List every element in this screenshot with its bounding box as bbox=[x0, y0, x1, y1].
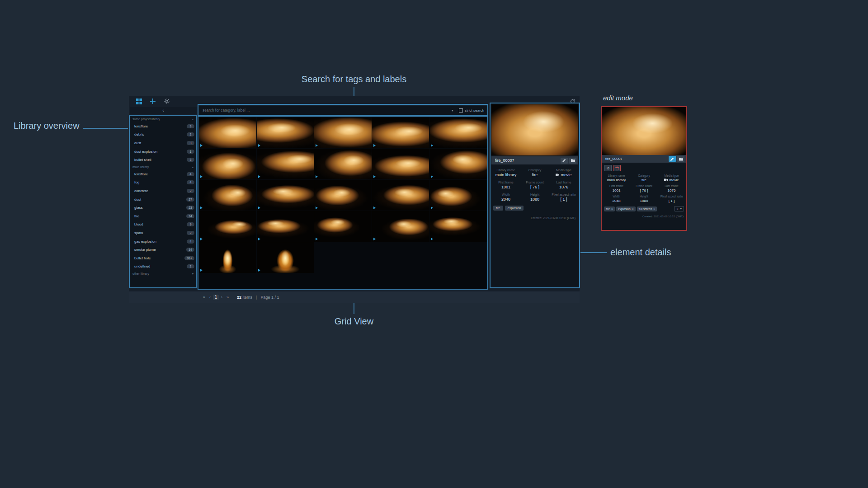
count-badge: 4 bbox=[187, 172, 194, 176]
sidebar-item[interactable]: fire24 bbox=[130, 212, 197, 221]
pagination-next-button[interactable]: › bbox=[219, 295, 225, 300]
pagination-page-button[interactable]: 1 bbox=[213, 295, 219, 300]
library-group-header[interactable]: some project library▴ bbox=[130, 116, 197, 122]
thumbnail[interactable] bbox=[314, 149, 372, 179]
play-icon bbox=[373, 206, 376, 209]
thumbnail[interactable] bbox=[257, 180, 314, 211]
sidebar-collapse-button[interactable]: ‹ bbox=[130, 107, 197, 114]
tag-remove-icon[interactable]: × bbox=[632, 207, 634, 211]
tag-chip[interactable]: explosion× bbox=[616, 206, 636, 211]
thumbnail[interactable] bbox=[372, 180, 429, 211]
meta-label: First frame bbox=[491, 181, 520, 184]
thumbnail[interactable] bbox=[257, 117, 314, 148]
sidebar-item[interactable]: dust explosion1 bbox=[130, 147, 197, 156]
tag-remove-icon[interactable]: × bbox=[611, 207, 613, 211]
sidebar-item[interactable]: lensflare4 bbox=[130, 170, 197, 178]
edit-button-active[interactable] bbox=[669, 156, 676, 162]
sidebar-item[interactable]: glass23 bbox=[130, 203, 197, 212]
meta-field: Last frame1076 bbox=[549, 181, 578, 189]
library-group-header[interactable]: other library▾ bbox=[130, 271, 197, 277]
meta-value-text: 2048 bbox=[501, 197, 510, 202]
tag-remove-icon[interactable]: × bbox=[653, 207, 655, 211]
items-count-label: items bbox=[243, 295, 253, 300]
sidebar-item[interactable]: blood9 bbox=[130, 221, 197, 229]
search-input[interactable] bbox=[199, 106, 451, 115]
thumbnail[interactable] bbox=[257, 242, 314, 273]
thumbnail[interactable] bbox=[199, 117, 256, 148]
thumbnail[interactable] bbox=[429, 180, 487, 211]
pagination-prev-button[interactable]: ‹ bbox=[207, 295, 213, 300]
edit-button[interactable] bbox=[561, 158, 568, 164]
delete-button[interactable] bbox=[613, 165, 621, 171]
pagination-last-button[interactable]: » bbox=[225, 295, 231, 300]
sidebar-item[interactable]: gas explosion4 bbox=[130, 237, 197, 246]
sidebar-item[interactable]: smoke plume34 bbox=[130, 245, 197, 254]
meta-label: Last frame bbox=[549, 181, 578, 184]
pagination-bar: « ‹ 1 › » 22 items | Page 1 / 1 bbox=[129, 291, 580, 303]
library-group-label: other library bbox=[132, 272, 149, 275]
sidebar-item[interactable]: spark2 bbox=[130, 229, 197, 237]
play-icon bbox=[200, 238, 203, 240]
grid-view-icon[interactable] bbox=[135, 97, 143, 105]
details-metadata: Library namemain libraryCategoryfireMedi… bbox=[491, 164, 579, 203]
movie-icon bbox=[556, 173, 559, 177]
thumbnail[interactable] bbox=[429, 149, 487, 179]
tag-chip[interactable]: fire× bbox=[604, 206, 615, 211]
meta-label: Last frame bbox=[658, 184, 685, 188]
sidebar-item[interactable]: dust27 bbox=[130, 195, 197, 204]
thumbnail[interactable] bbox=[314, 211, 372, 242]
count-badge: 3 bbox=[187, 158, 194, 162]
thumbnail[interactable] bbox=[314, 117, 372, 148]
play-icon bbox=[431, 206, 433, 209]
meta-value: 1076 bbox=[549, 185, 578, 189]
settings-icon[interactable] bbox=[163, 97, 171, 105]
chevron-down-icon[interactable]: ▾ bbox=[680, 207, 682, 211]
annotation-edit-mode: edit mode bbox=[603, 94, 633, 102]
clear-icon[interactable]: × bbox=[676, 207, 678, 211]
meta-label: Media type bbox=[549, 169, 578, 172]
sidebar-item[interactable]: bullet hole99+ bbox=[130, 254, 197, 263]
meta-value-text: movie bbox=[669, 178, 679, 182]
sidebar-item[interactable]: lensflare3 bbox=[130, 122, 197, 131]
sidebar-item-label: spark bbox=[134, 231, 143, 235]
sidebar-item[interactable]: debris2 bbox=[130, 131, 197, 139]
meta-label: Height bbox=[630, 195, 658, 198]
thumbnail[interactable] bbox=[372, 117, 429, 148]
sidebar-item[interactable]: dust3 bbox=[130, 139, 197, 147]
tag-dropdown[interactable]: ×▾ bbox=[674, 206, 684, 211]
library-group-header[interactable]: main library▴ bbox=[130, 164, 197, 170]
thumbnail[interactable] bbox=[199, 242, 256, 273]
meta-label: Frame count bbox=[520, 181, 549, 184]
sidebar-item[interactable]: undefined2 bbox=[130, 263, 197, 271]
thumbnail[interactable] bbox=[429, 211, 487, 242]
folder-button[interactable] bbox=[569, 158, 576, 164]
meta-value: 1001 bbox=[603, 188, 630, 192]
add-icon[interactable] bbox=[149, 97, 157, 105]
sidebar-item[interactable]: bullet shell3 bbox=[130, 155, 197, 164]
sidebar-item[interactable]: concrete2 bbox=[130, 187, 197, 195]
meta-label: Category bbox=[630, 174, 658, 177]
strict-search-checkbox[interactable] bbox=[459, 108, 463, 113]
thumbnail[interactable] bbox=[199, 211, 256, 242]
meta-label: Library name bbox=[603, 174, 630, 177]
thumbnail[interactable] bbox=[314, 180, 372, 211]
meta-field: Pixel aspect ratio[ 1 ] bbox=[658, 195, 685, 203]
thumbnail[interactable] bbox=[199, 180, 256, 211]
pagination-first-button[interactable]: « bbox=[201, 295, 207, 300]
annotation-details: element details bbox=[610, 247, 671, 258]
play-icon bbox=[431, 238, 433, 240]
sidebar-item[interactable]: fog4 bbox=[130, 178, 197, 187]
chevron-down-icon[interactable]: ▾ bbox=[452, 108, 453, 113]
folder-button[interactable] bbox=[677, 156, 684, 162]
tag-chip[interactable]: full screen× bbox=[637, 206, 657, 211]
sidebar-item-label: dust bbox=[134, 197, 141, 202]
thumbnail[interactable] bbox=[429, 117, 487, 148]
meta-value-text: main library bbox=[607, 178, 626, 182]
thumbnail[interactable] bbox=[372, 211, 429, 242]
sidebar-item-label: blood bbox=[134, 222, 143, 226]
undo-button[interactable]: ↺ bbox=[604, 165, 612, 171]
thumbnail[interactable] bbox=[257, 149, 314, 179]
thumbnail[interactable] bbox=[199, 149, 256, 179]
thumbnail[interactable] bbox=[257, 211, 314, 242]
thumbnail[interactable] bbox=[372, 149, 429, 179]
